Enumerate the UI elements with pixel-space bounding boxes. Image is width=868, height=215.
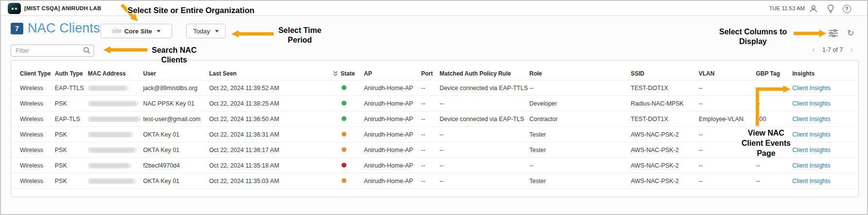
refresh-icon[interactable]: ↻ bbox=[845, 28, 856, 38]
table-row: WirelessPSKNAC PPSK Key 01Oct 22, 2024 1… bbox=[11, 95, 858, 111]
state-dot-orange bbox=[342, 132, 346, 137]
client-insights-link[interactable]: Client Insights bbox=[792, 131, 831, 138]
search-icon bbox=[83, 46, 91, 54]
table-row: WirelessPSKOKTA Key 01Oct 22, 2024 11:35… bbox=[11, 173, 858, 188]
organization-name[interactable]: [MIST CSQA] ANIRUDH LAB bbox=[24, 5, 101, 11]
cell-port: -- bbox=[421, 85, 440, 92]
column-selector-icon[interactable] bbox=[827, 28, 839, 38]
cell-vlan: -- bbox=[699, 131, 756, 138]
site-selector-dropdown[interactable]: site Core Site bbox=[100, 24, 172, 38]
site-selector-value: Core Site bbox=[124, 28, 152, 35]
client-insights-link[interactable]: Client Insights bbox=[792, 178, 831, 184]
time-period-dropdown[interactable]: Today bbox=[186, 24, 226, 38]
cell-user: OKTA Key 01 bbox=[143, 131, 209, 138]
cell-role: Tester bbox=[529, 147, 631, 154]
table-row: WirelessEAP-TLStest-user@gmail.comOct 22… bbox=[11, 111, 858, 126]
cell-mac_address bbox=[88, 132, 143, 138]
client-insights-link[interactable]: Client Insights bbox=[792, 147, 831, 154]
cell-state bbox=[333, 162, 364, 169]
cell-matched_rule: -- bbox=[440, 162, 529, 169]
client-insights-link[interactable]: Client Insights bbox=[792, 116, 831, 123]
filter-field-wrap bbox=[11, 45, 94, 57]
cell-vlan: -- bbox=[699, 100, 756, 107]
pagination-next-icon[interactable]: › bbox=[850, 47, 853, 53]
logo-eye bbox=[15, 8, 17, 10]
cell-state bbox=[333, 147, 364, 154]
whats-new-bulb-icon[interactable] bbox=[826, 4, 835, 14]
column-header-client_type[interactable]: Client Type bbox=[20, 70, 55, 77]
column-header-last_seen[interactable]: Last Seen bbox=[209, 70, 333, 77]
column-header-auth_type[interactable]: Auth Type bbox=[55, 70, 88, 77]
nac-clients-table: Client TypeAuth TypeMAC AddressUserLast … bbox=[11, 60, 859, 197]
client-insights-link[interactable]: Client Insights bbox=[792, 85, 831, 92]
cell-port: -- bbox=[421, 100, 440, 107]
column-header-insights[interactable]: Insights bbox=[792, 70, 858, 77]
logo-eye bbox=[12, 8, 14, 10]
pagination-prev-icon[interactable]: ‹ bbox=[812, 47, 815, 53]
annotation-select-time-period: Select Time Period bbox=[263, 26, 336, 45]
column-header-role[interactable]: Role bbox=[529, 70, 631, 77]
site-selector-prefix: site bbox=[112, 28, 121, 34]
column-header-gbp_tag[interactable]: GBP Tag bbox=[756, 70, 792, 77]
cell-state bbox=[333, 100, 364, 107]
column-header-state[interactable]: State bbox=[333, 70, 364, 77]
account-icon[interactable] bbox=[808, 4, 818, 14]
state-dot-green bbox=[342, 85, 346, 90]
cell-last_seen: Oct 22, 2024 11:36:31 AM bbox=[209, 131, 333, 138]
cell-insights: Client Insights bbox=[792, 116, 858, 123]
help-glyph: ? bbox=[843, 5, 851, 13]
client-insights-link[interactable]: Client Insights bbox=[792, 100, 831, 107]
cell-role: Tester bbox=[529, 131, 631, 138]
column-label: Port bbox=[421, 70, 433, 77]
cell-mac_address bbox=[88, 147, 143, 153]
cell-port: -- bbox=[421, 162, 440, 169]
cell-state bbox=[333, 131, 364, 138]
pagination: ‹ 1-7 of 7 › bbox=[812, 46, 853, 53]
column-header-user[interactable]: User bbox=[143, 70, 209, 77]
cell-gbp_tag: 100 bbox=[756, 116, 792, 123]
time-period-value: Today bbox=[193, 28, 210, 35]
cell-insights: Client Insights bbox=[792, 100, 858, 107]
cell-insights: Client Insights bbox=[792, 147, 858, 154]
cell-last_seen: Oct 22, 2024 11:39:52 AM bbox=[209, 85, 333, 92]
top-bar: [MIST CSQA] ANIRUDH LAB TUE 11:53 AM ? bbox=[1, 1, 867, 16]
cell-auth_type: PSK bbox=[55, 178, 88, 184]
cell-matched_rule: -- bbox=[440, 178, 529, 184]
column-label: Role bbox=[529, 70, 542, 77]
cell-matched_rule: -- bbox=[440, 147, 529, 154]
cell-role: -- bbox=[529, 162, 631, 169]
table-body: WirelessEAP-TTLSjack@89mistilbs.orgOct 2… bbox=[11, 80, 858, 189]
cell-matched_rule: -- bbox=[440, 100, 529, 107]
cell-user: NAC PPSK Key 01 bbox=[143, 100, 209, 107]
cell-user: OKTA Key 01 bbox=[143, 147, 209, 154]
help-icon[interactable]: ? bbox=[842, 4, 852, 14]
redacted-mac-address bbox=[88, 85, 128, 91]
cell-insights: Client Insights bbox=[792, 178, 858, 184]
client-insights-link[interactable]: Client Insights bbox=[792, 162, 831, 169]
column-header-port[interactable]: Port bbox=[421, 70, 440, 77]
table-row: WirelessPSKOKTA Key 01Oct 22, 2024 11:36… bbox=[11, 142, 858, 157]
cell-vlan: -- bbox=[699, 162, 756, 169]
column-header-ap[interactable]: AP bbox=[364, 70, 421, 77]
column-label: State bbox=[341, 70, 355, 77]
column-header-ssid[interactable]: SSID bbox=[631, 70, 699, 77]
filter-input[interactable] bbox=[11, 45, 94, 57]
column-label: Last Seen bbox=[209, 70, 237, 77]
cell-user: f2becf4970d4 bbox=[143, 162, 209, 169]
cell-ap: Anirudh-Home-AP bbox=[364, 85, 421, 92]
cell-matched_rule: Device connected via EAP-TLS bbox=[440, 116, 529, 123]
cell-last_seen: Oct 22, 2024 11:36:17 AM bbox=[209, 147, 333, 154]
cell-client_type: Wireless bbox=[20, 178, 55, 184]
column-header-vlan[interactable]: VLAN bbox=[699, 70, 756, 77]
cell-vlan: -- bbox=[699, 85, 756, 92]
column-label: MAC Address bbox=[88, 70, 126, 77]
column-header-mac_address[interactable]: MAC Address bbox=[88, 70, 143, 77]
redacted-mac-address bbox=[88, 132, 132, 138]
column-header-matched_rule[interactable]: Matched Auth Policy Rule bbox=[440, 70, 529, 77]
cell-vlan: Employee-VLAN bbox=[699, 116, 756, 123]
cell-auth_type: PSK bbox=[55, 147, 88, 154]
mist-logo-icon[interactable] bbox=[8, 3, 21, 14]
cell-role: -- bbox=[529, 85, 631, 92]
column-label: GBP Tag bbox=[756, 70, 780, 77]
column-label: Auth Type bbox=[55, 70, 83, 77]
